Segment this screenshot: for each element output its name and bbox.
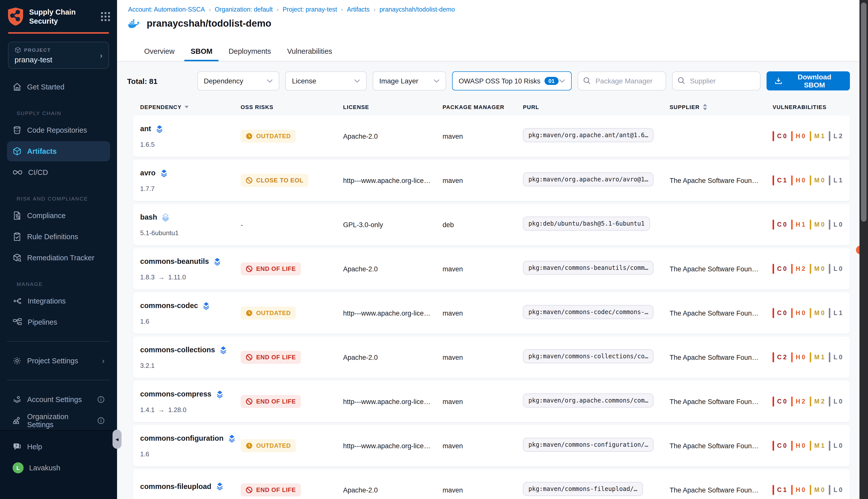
sidebar-user[interactable]: L Lavakush [7,458,110,478]
table-row[interactable]: commons-fileupload [133,469,850,499]
purl-value[interactable]: pkg:maven/commons-codec/commons-… [523,305,654,319]
license-filter-dropdown[interactable]: License [286,71,367,90]
purl-value[interactable]: pkg:maven/org.apache.avro/avro@1… [523,172,654,186]
purl-value[interactable]: pkg:maven/org.apache.commons/com… [523,393,654,407]
sidebar-item-cicd[interactable]: CI/CD [7,162,110,182]
sidebar-item-code-repositories[interactable]: </> Code Repositories [7,120,110,140]
column-header-vulnerabilities: VULNERABILITIES [772,104,843,111]
dependency-cell: commons-codec 1.6 [140,301,240,325]
sidebar-item-account-settings[interactable]: Account Settings [7,389,110,410]
sidebar-item-help[interactable]: ? Help [7,437,110,457]
sbom-content: Total: 81 Dependency License Image Layer… [117,71,868,499]
breadcrumb-artifacts[interactable]: Artifacts [347,6,370,13]
tab-overview[interactable]: Overview [138,47,181,61]
purl-value[interactable]: pkg:maven/org.apache.ant/ant@1.6… [523,128,654,142]
image-layer-filter-dropdown[interactable]: Image Layer [373,71,446,90]
table-row[interactable]: bash 5.1-6ubuntu1 [133,204,850,245]
sidebar-item-compliance[interactable]: Compliance [7,206,110,226]
tab-vulnerabilities[interactable]: Vulnerabilities [281,47,338,61]
dependency-filter-dropdown[interactable]: Dependency [197,71,279,90]
breadcrumb-account[interactable]: Account: Automation-SSCA [128,6,205,13]
supplier-search-input[interactable] [672,71,761,90]
info-icon[interactable] [97,396,104,403]
license-cell: http---www.apache.org-lice… [343,177,443,184]
ban-icon [246,177,253,184]
oss-risk-cell: OUTDATED [240,306,343,320]
chevron-down-icon [267,79,273,83]
purl-value[interactable]: pkg:maven/commons-configuration/… [523,438,654,452]
purl-value[interactable]: pkg:maven/commons-fileupload/… [523,482,643,496]
dependency-cell: commons-configuration 1.6 [140,434,240,458]
scrollbar-thumb[interactable] [861,2,867,222]
breadcrumb-separator: › [374,7,375,13]
sidebar-divider [7,341,110,342]
page-header: Account: Automation-SSCA› Organization: … [117,0,868,61]
vuln-count-l: L0 [829,220,842,230]
oss-risk-cell: END OF LIFE [240,395,343,408]
breadcrumb-project[interactable]: Project: pranay-test [283,6,337,13]
oss-risk-cell: END OF LIFE [240,351,343,364]
supplier-cell: The Apache Software Foun… [670,309,772,317]
oss-risk-badge: END OF LIFE [240,484,301,497]
sidebar-item-artifacts[interactable]: Artifacts [7,141,110,161]
column-header-supplier[interactable]: SUPPLIER [670,104,772,111]
vuln-count-m: M0 [810,220,824,230]
vuln-count-c: C0 [772,397,786,406]
purl-value[interactable]: pkg:maven/commons-collections/co… [523,349,654,363]
purl-cell: pkg:maven/org.apache.avro/avro@1… [523,172,670,188]
purl-value[interactable]: pkg:maven/commons-beanutils/comm… [523,261,654,275]
dependency-cell: commons-collections 3.2.1 [140,345,240,369]
dependency-name: commons-configuration [140,434,224,442]
sidebar-item-organization-settings[interactable]: Organization Settings [7,411,110,431]
table-row[interactable]: commons-configuration 1.6 [133,425,850,466]
vulnerabilities-cell: C0H0M1L2 [772,131,847,141]
table-row[interactable]: ant 1.6.5 [133,115,850,157]
download-sbom-button[interactable]: Download SBOM [767,71,850,90]
breadcrumb-artifact-name[interactable]: pranaycshah/todolist-demo [380,6,455,13]
vulnerabilities-cell: C0H0M0L1 [772,308,847,318]
vuln-count-h: H0 [791,131,805,141]
info-icon[interactable] [97,417,104,424]
svg-text:</>: </> [15,129,20,132]
chevron-down-icon [354,79,360,83]
sidebar-item-project-settings[interactable]: Project Settings › [7,351,110,371]
vulnerabilities-cell: C0H0M1L0 [772,441,847,451]
vuln-count-c: C1 [772,175,786,185]
image-layers-icon [219,345,227,354]
table-row[interactable]: commons-compress 1.4.1 → 1.28.0 [133,381,850,422]
table-row[interactable]: avro 1.7.7 [133,160,850,201]
tab-deployments[interactable]: Deployments [223,47,277,61]
image-layers-icon [160,169,168,177]
dependency-version: 3.2.1 [140,362,240,369]
sidebar-section-risk-compliance: RISK AND COMPLIANCE [16,195,117,202]
oss-risk-badge: CLOSE TO EOL [240,174,308,187]
code-repo-icon: </> [13,126,22,135]
sidebar-item-pipelines[interactable]: Pipelines [7,312,110,332]
package-manager-search-input[interactable] [578,71,666,90]
dependency-version: 1.4.1 → 1.28.0 [140,406,240,413]
user-avatar: L [13,462,24,473]
sidebar-section-manage: MANAGE [16,281,117,287]
column-header-oss-risks: OSS RISKS [240,104,343,111]
column-header-dependency[interactable]: DEPENDENCY [140,104,240,111]
app-switcher-icon[interactable] [101,12,110,21]
sidebar-item-integrations[interactable]: Integrations [7,291,110,311]
vuln-count-c: C0 [772,308,786,318]
project-selector[interactable]: PROJECT pranay-test › [8,42,109,69]
artifacts-cube-icon [13,147,22,156]
sidebar-item-get-started[interactable]: Get Started [7,77,110,97]
vulnerabilities-cell: C2H0M1L0 [772,352,847,362]
vuln-count-m: M2 [810,397,824,406]
table-row[interactable]: commons-beanutils 1.8.3 → 1.11.0 [133,248,850,290]
vuln-count-m: M1 [810,352,824,362]
tab-sbom[interactable]: SBOM [185,47,219,61]
table-row[interactable]: commons-collections 3.2.1 [133,337,850,378]
sidebar-item-rule-definitions[interactable]: Rule Definitions [7,227,110,247]
purl-value[interactable]: pkg:deb/ubuntu/bash@5.1-6ubuntu1 [523,217,650,231]
breadcrumb-organization[interactable]: Organization: default [215,6,273,13]
supplier-cell: The Apache Software Foun… [670,177,772,184]
owasp-filter-dropdown[interactable]: OWASP OSS Top 10 Risks 01 [452,71,572,90]
sidebar-collapse-handle[interactable]: ◀ [112,430,122,449]
sidebar-item-remediation-tracker[interactable]: Remediation Tracker [7,248,110,268]
table-row[interactable]: commons-codec 1.6 [133,292,850,334]
